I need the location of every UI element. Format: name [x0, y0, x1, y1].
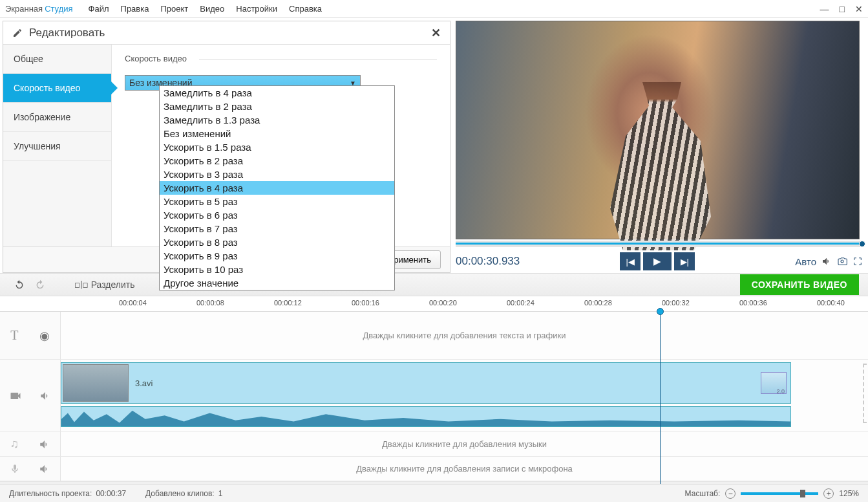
zoom-label: Масштаб:	[685, 489, 721, 498]
video-track: 3.avi Пе	[0, 360, 868, 432]
edit-tab-enhance[interactable]: Улучшения	[3, 132, 111, 161]
speed-option[interactable]: Ускорить в 6 раз	[160, 208, 394, 222]
split-icon: □|□	[75, 280, 87, 289]
menu-settings[interactable]: Настройки	[236, 4, 277, 14]
next-frame-button[interactable]: ▶|	[674, 252, 695, 270]
zoom-slider[interactable]	[741, 492, 818, 495]
text-icon: T	[10, 328, 18, 343]
speed-option[interactable]: Ускорить в 1.5 раза	[160, 140, 394, 154]
zoom-value: 125%	[839, 489, 859, 498]
speed-option[interactable]: Ускорить в 10 раз	[160, 263, 394, 276]
edit-panel-close-button[interactable]: ✕	[431, 26, 441, 40]
minimize-button[interactable]: —	[820, 4, 829, 14]
titlebar: Экранная Студия Файл Правка Проект Видео…	[0, 0, 868, 18]
split-button[interactable]: □|□ Разделить	[70, 277, 140, 292]
volume-icon[interactable]	[39, 390, 51, 402]
close-button[interactable]: ✕	[855, 4, 863, 14]
speed-option[interactable]: Ускорить в 2 раза	[160, 154, 394, 168]
menu-file[interactable]: Файл	[89, 4, 109, 14]
video-clip[interactable]: 3.avi	[61, 362, 791, 404]
ruler-tick: 00:00:16	[352, 299, 379, 307]
preview-pane: 00:00:30.933 |◀ ▶ ▶| Авто	[450, 18, 868, 273]
video-track-head	[0, 360, 61, 431]
speed-option[interactable]: Ускорить в 5 раз	[160, 195, 394, 208]
speed-option[interactable]: Замедлить в 1.3 раза	[160, 113, 394, 127]
edit-tab-general[interactable]: Общее	[3, 45, 111, 74]
edit-tab-image[interactable]: Изображение	[3, 103, 111, 132]
menu-help[interactable]: Справка	[289, 4, 322, 14]
ruler-tick: 00:00:24	[507, 299, 535, 307]
clip-speed-badge	[761, 372, 787, 394]
music-track-head: ♫	[0, 432, 61, 456]
scrubber-handle[interactable]	[859, 241, 865, 247]
speed-dropdown-list[interactable]: Замедлить в 4 раза Замедлить в 2 раза За…	[159, 85, 395, 290]
zoom-out-button[interactable]: −	[725, 488, 736, 499]
window-controls: — □ ✕	[820, 4, 863, 14]
visibility-icon[interactable]: ◉	[39, 329, 50, 343]
menu-project[interactable]: Проект	[160, 4, 188, 14]
speed-option[interactable]: Ускорить в 7 раз	[160, 222, 394, 235]
speed-option[interactable]: Ускорить в 4 раза	[160, 181, 394, 195]
maximize-button[interactable]: □	[840, 4, 845, 14]
speed-option[interactable]: Ускорить в 9 раз	[160, 249, 394, 263]
edit-panel-title: Редактировать	[29, 27, 105, 39]
mic-track-head	[0, 457, 61, 481]
microphone-icon	[10, 464, 20, 474]
save-video-button[interactable]: СОХРАНИТЬ ВИДЕО	[740, 274, 859, 295]
ruler-tick: 00:00:36	[739, 299, 767, 307]
duration-label: Длительность проекта:	[9, 489, 92, 498]
speed-option[interactable]: Замедлить в 4 раза	[160, 86, 394, 100]
speed-option[interactable]: Замедлить в 2 раза	[160, 100, 394, 113]
mic-track: Дважды кликните для добавления записи с …	[0, 457, 868, 481]
video-track-body[interactable]: 3.avi Пе	[61, 360, 868, 431]
zoom-in-button[interactable]: +	[823, 488, 834, 499]
menu-edit[interactable]: Правка	[121, 4, 149, 14]
ruler-tick: 00:00:12	[274, 299, 302, 307]
speed-option[interactable]: Без изменений	[160, 127, 394, 140]
timeline-ruler[interactable]: 00:00:04 00:00:08 00:00:12 00:00:16 00:0…	[0, 296, 868, 312]
speed-option[interactable]: Ускорить в 3 раза	[160, 168, 394, 181]
redo-button[interactable]	[30, 277, 50, 292]
playhead[interactable]	[660, 312, 661, 484]
text-track: T ◉ Дважды кликните для добавления текст…	[0, 312, 868, 360]
preview-video[interactable]	[456, 21, 860, 239]
text-track-body[interactable]: Дважды кликните для добавления текста и …	[61, 312, 868, 359]
ruler-tick: 00:00:40	[817, 299, 845, 307]
edit-tab-speed[interactable]: Скорость видео	[3, 74, 111, 103]
speed-option[interactable]: Ускорить в 8 раз	[160, 235, 394, 249]
edit-icon	[12, 28, 23, 38]
volume-icon[interactable]	[39, 463, 50, 475]
play-button[interactable]: ▶	[643, 252, 672, 270]
speed-option[interactable]: Другое значение	[160, 276, 394, 290]
app-name-part1: Экранная	[5, 4, 43, 14]
clip-filename: 3.avi	[135, 378, 153, 388]
fullscreen-icon[interactable]	[852, 256, 863, 267]
ruler-tick: 00:00:04	[119, 299, 147, 307]
clip-thumbnail	[63, 364, 129, 402]
prev-frame-button[interactable]: |◀	[620, 252, 640, 270]
clips-value: 1	[218, 489, 223, 498]
mic-track-body[interactable]: Дважды кликните для добавления записи с …	[61, 457, 868, 481]
undo-button[interactable]	[9, 277, 30, 292]
drop-target[interactable]: Пе	[863, 364, 868, 423]
edit-panel-header: Редактировать ✕	[3, 21, 450, 45]
preview-scrubber[interactable]	[456, 241, 863, 247]
menu-video[interactable]: Видео	[200, 4, 224, 14]
preview-timecode: 00:00:30.933	[456, 255, 520, 268]
preview-frame-image	[456, 21, 859, 239]
music-track-hint: Дважды кликните для добавления музыки	[61, 439, 868, 449]
speed-fieldset-label: Скорость видео	[125, 54, 437, 63]
snapshot-icon[interactable]	[837, 256, 847, 267]
timeline: T ◉ Дважды кликните для добавления текст…	[0, 312, 868, 481]
menubar: Файл Правка Проект Видео Настройки Справ…	[89, 4, 322, 14]
volume-icon[interactable]	[39, 439, 50, 450]
ruler-tick: 00:00:28	[584, 299, 612, 307]
zoom-slider-handle[interactable]	[800, 490, 805, 497]
mic-track-hint: Дважды кликните для добавления записи с …	[61, 464, 868, 474]
volume-icon[interactable]	[821, 256, 832, 267]
music-track-body[interactable]: Дважды кликните для добавления музыки	[61, 432, 868, 456]
split-label: Разделить	[91, 279, 135, 290]
audio-waveform[interactable]	[61, 406, 791, 427]
ruler-tick: 00:00:20	[429, 299, 457, 307]
auto-label[interactable]: Авто	[795, 256, 816, 267]
